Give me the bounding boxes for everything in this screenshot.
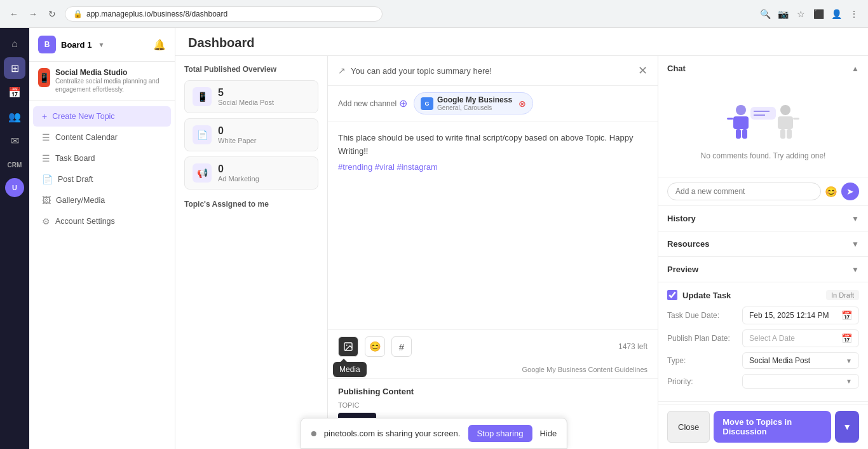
user-avatar[interactable]: U	[5, 178, 24, 197]
add-channel-button[interactable]: Add new channel ⊕	[338, 97, 407, 109]
close-modal-button[interactable]: ✕	[638, 64, 648, 78]
sidebar-item-create-new-topic[interactable]: + Create New Topic	[33, 106, 171, 127]
chat-empty-text: No comments found. Try adding one!	[701, 151, 826, 160]
extension-button[interactable]: ⬛	[811, 6, 826, 22]
overview-text-ad: 0 Ad Marketing	[218, 163, 259, 183]
channel-bar: Add new channel ⊕ G Google My Business G…	[328, 86, 658, 121]
forward-button[interactable]: →	[25, 6, 41, 22]
hashtag-button[interactable]: #	[391, 336, 412, 357]
type-select[interactable]: Social Media Post ▼	[742, 352, 859, 369]
topic-summary-text: You can add your topic summary here!	[351, 66, 633, 76]
home-icon[interactable]: ⌂	[4, 33, 25, 55]
priority-select[interactable]: ▼	[742, 374, 859, 389]
publish-plan-placeholder: Select A Date	[749, 334, 795, 343]
media-button[interactable]	[338, 336, 358, 357]
back-button[interactable]: ←	[6, 6, 22, 22]
priority-chevron-icon: ▼	[846, 378, 852, 385]
nav-label-calendar: Content Calendar	[55, 133, 118, 142]
topics-empty-state	[184, 212, 318, 238]
search-button[interactable]: 🔍	[757, 6, 773, 22]
people-icon[interactable]: 👥	[4, 106, 25, 127]
overview-text-social: 5 Social Media Post	[218, 87, 274, 106]
publish-cal-icon: 📅	[841, 333, 852, 343]
grid-icon[interactable]: ⊞	[4, 57, 25, 79]
task-due-date-label: Task Due Date:	[667, 311, 737, 320]
stop-sharing-button[interactable]: Stop sharing	[468, 425, 532, 442]
move-dropdown-button[interactable]: ▼	[835, 411, 859, 443]
svg-rect-11	[793, 118, 799, 120]
add-channel-plus-icon: ⊕	[399, 97, 407, 109]
chat-section-header[interactable]: Chat ▲	[658, 56, 868, 81]
chat-title: Chat	[667, 64, 686, 73]
channel-remove-button[interactable]: ⊗	[519, 99, 526, 109]
bell-icon[interactable]: 🔔	[153, 39, 166, 51]
sidebar-header: B Board 1 ▼ 🔔	[29, 28, 175, 62]
history-title: History	[667, 214, 696, 223]
whitepaper-label: White Paper	[218, 137, 257, 144]
sidebar-item-account-settings[interactable]: ⚙ Account Settings	[33, 211, 171, 231]
profile-button[interactable]: 👤	[829, 6, 844, 22]
expand-icon[interactable]: ↗	[338, 66, 346, 76]
chat-chevron-icon: ▲	[851, 64, 859, 73]
pub-table-header: TOPIC	[338, 401, 648, 409]
whitepaper-icon: 📄	[193, 125, 212, 144]
calendar-icon[interactable]: 📅	[4, 81, 25, 103]
plus-icon: +	[42, 111, 47, 121]
screenshot-button[interactable]: 📷	[775, 6, 790, 22]
url-text: app.manageplus.io/business/8/dashboard	[86, 10, 227, 18]
send-comment-button[interactable]: ➤	[841, 183, 859, 200]
channel-chip-gmb[interactable]: G Google My Business General, Carousels …	[414, 92, 533, 114]
nav-label-gallery: Gallery/Media	[56, 196, 105, 205]
emoji-comment-button[interactable]: 😊	[825, 186, 837, 198]
svg-rect-9	[780, 129, 785, 139]
crm-label[interactable]: CRM	[4, 154, 25, 176]
publish-plan-row: Publish Plan Date: Select A Date 📅	[667, 329, 859, 347]
bookmark-button[interactable]: ☆	[793, 6, 808, 22]
screen-share-message: pinetools.com is sharing your screen.	[324, 429, 461, 438]
char-count-value: 1473 left	[618, 342, 648, 351]
history-section-header[interactable]: History ▼	[658, 206, 868, 231]
screen-share-bar: pinetools.com is sharing your screen. St…	[301, 418, 567, 449]
refresh-button[interactable]: ↻	[44, 6, 60, 22]
nav-label-create: Create New Topic	[52, 112, 114, 121]
chat-section: Chat ▲	[658, 56, 868, 206]
ad-label: Ad Marketing	[218, 175, 259, 183]
brand-desc: Centralize social media planning and eng…	[55, 77, 166, 93]
sidebar-item-content-calendar[interactable]: ☰ Content Calendar	[33, 127, 171, 148]
update-task-checkbox[interactable]	[667, 290, 677, 300]
gallery-icon: 🖼	[42, 195, 51, 205]
bottom-actions: Close Move to Topics in Discussion ▼	[658, 404, 868, 449]
task-status-badge: In Draft	[826, 290, 859, 300]
share-indicator-icon	[311, 431, 316, 436]
update-task-row: Update Task In Draft	[667, 290, 859, 300]
move-to-topics-button[interactable]: Move to Topics in Discussion	[714, 411, 831, 443]
social-label: Social Media Post	[218, 99, 274, 106]
editor-area[interactable]: This place should be used to write final…	[328, 121, 658, 329]
hide-button[interactable]: Hide	[539, 429, 557, 438]
close-button[interactable]: Close	[667, 411, 710, 443]
mail-icon[interactable]: ✉	[4, 130, 25, 151]
preview-section-header[interactable]: Preview ▼	[658, 257, 868, 282]
gmb-icon: G	[421, 97, 433, 110]
comment-input[interactable]	[667, 183, 821, 200]
sidebar-nav: + Create New Topic ☰ Content Calendar ☰ …	[29, 100, 175, 449]
menu-button[interactable]: ⋮	[846, 6, 862, 22]
browser-frame: ← → ↻ 🔒 app.manageplus.io/business/8/das…	[0, 0, 868, 28]
address-bar[interactable]: 🔒 app.manageplus.io/business/8/dashboard	[65, 6, 383, 22]
topics-section-title: Topic's Assigned to me	[184, 200, 318, 209]
editor-content: This place should be used to write final…	[338, 132, 648, 158]
sidebar-item-post-draft[interactable]: 📄 Post Draft	[33, 169, 171, 190]
sidebar-item-task-board[interactable]: ☰ Task Board	[33, 148, 171, 169]
main-content: Dashboard Total Published Overview 📱 5 S…	[175, 28, 868, 449]
emoji-toolbar-button[interactable]: 😊	[365, 336, 385, 357]
due-date-text: Feb 15, 2025 12:14 PM	[749, 311, 829, 320]
overview-card-social: 📱 5 Social Media Post	[184, 80, 318, 113]
lock-icon: 🔒	[73, 10, 83, 18]
publish-plan-date-picker[interactable]: Select A Date 📅	[742, 329, 859, 347]
sidebar-item-gallery-media[interactable]: 🖼 Gallery/Media	[33, 190, 171, 211]
history-chevron-icon: ▼	[851, 214, 859, 223]
resources-section-header[interactable]: Resources ▼	[658, 231, 868, 256]
task-due-date-value[interactable]: Feb 15, 2025 12:14 PM 📅	[742, 307, 859, 324]
svg-rect-4	[736, 129, 741, 139]
board-chevron-icon: ▼	[98, 41, 104, 48]
